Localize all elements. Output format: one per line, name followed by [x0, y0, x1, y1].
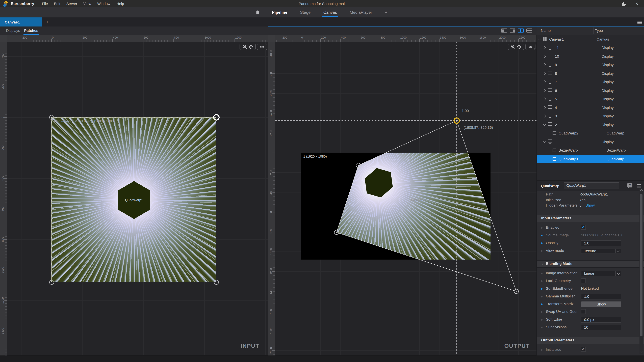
- output-zoom-pan-buttons[interactable]: [508, 43, 524, 50]
- corner-handle[interactable]: [214, 280, 218, 285]
- close-icon[interactable]: ✕: [635, 2, 639, 6]
- column-type[interactable]: Type: [595, 26, 603, 35]
- input-view-button[interactable]: [257, 43, 267, 50]
- input-canvas[interactable]: MediaPlayer_MAIN.Image (1080 x 1080) Qua…: [7, 41, 268, 356]
- scroll-down-icon[interactable]: [640, 351, 643, 353]
- ruler-label: -200: [282, 36, 287, 39]
- tree-row-3[interactable]: 3Display: [537, 112, 644, 120]
- checkbox[interactable]: [581, 309, 586, 314]
- column-name[interactable]: Name: [541, 26, 551, 35]
- ruler-label: -200: [22, 36, 27, 39]
- tree-row-7[interactable]: 7Display: [537, 78, 644, 86]
- chevron-down-icon[interactable]: [543, 140, 546, 143]
- quad-outline[interactable]: [336, 121, 516, 291]
- text-input[interactable]: 1.0: [581, 240, 621, 246]
- layout-split-horizontal-icon[interactable]: [526, 28, 532, 32]
- inspector-scrollbar[interactable]: [640, 188, 643, 354]
- zoom-in-icon[interactable]: [511, 45, 515, 49]
- tab-mediaplayer[interactable]: MediaPlayer: [348, 7, 374, 17]
- layout-right-pane-icon[interactable]: [510, 28, 515, 32]
- param-subdivisions: Subdivisions10: [537, 324, 644, 331]
- scrollbar-thumb[interactable]: [640, 194, 642, 336]
- tree-row-4[interactable]: 4Display: [537, 103, 644, 112]
- chevron-right-icon[interactable]: [543, 115, 546, 117]
- checkbox[interactable]: ✔: [581, 347, 586, 352]
- tree-row-6[interactable]: 6Display: [537, 86, 644, 95]
- chevron-right-icon[interactable]: [543, 89, 546, 92]
- tree-row-1[interactable]: 1Display: [537, 137, 644, 146]
- menu-file[interactable]: File: [39, 0, 51, 7]
- checkbox[interactable]: [581, 278, 586, 283]
- pan-icon[interactable]: [517, 45, 521, 49]
- show-link[interactable]: Show: [586, 203, 595, 207]
- ruler-label: 1000: [205, 36, 211, 39]
- tree-row-quadwarp2[interactable]: QuadWarp2QuadWarp: [537, 129, 644, 137]
- corner-handle-selected[interactable]: [214, 115, 219, 120]
- show-button[interactable]: Show: [581, 301, 621, 307]
- text-input[interactable]: 10: [581, 325, 621, 330]
- ruler-label: 600: [270, 210, 273, 214]
- help-icon[interactable]: ?: [628, 183, 632, 187]
- text-input[interactable]: 1.0: [581, 294, 621, 299]
- corner-handle[interactable]: [50, 280, 54, 285]
- tree-row-2[interactable]: 2Display: [537, 120, 644, 129]
- restore-icon[interactable]: [622, 2, 626, 6]
- chevron-down-icon[interactable]: [538, 37, 541, 40]
- ruler-tick: [380, 38, 380, 41]
- menu-window[interactable]: Window: [94, 0, 114, 7]
- tree-row-canvas1[interactable]: Canvas1Canvas: [537, 35, 644, 43]
- checkbox[interactable]: ✔: [581, 225, 586, 230]
- output-canvas[interactable]: QuadWarp1 1 (1920 x 1080) 1.00 (1608.87:…: [275, 41, 536, 356]
- tree-row-9[interactable]: 9Display: [537, 60, 644, 69]
- tab-canvas1[interactable]: Canvas1: [0, 17, 42, 26]
- tab-stage[interactable]: Stage: [299, 7, 312, 17]
- tree-row-bezierwarp[interactable]: BezierWarpBezierWarp: [537, 146, 644, 155]
- select[interactable]: Linear: [581, 271, 621, 276]
- chevron-right-icon[interactable]: [543, 98, 546, 100]
- home-icon[interactable]: [256, 10, 260, 15]
- ruler-label: 400: [1, 176, 4, 181]
- tree-row-5[interactable]: 5Display: [537, 95, 644, 103]
- minimize-icon[interactable]: [609, 2, 613, 6]
- param-swap-uv-and-geom: Swap UV and Geom: [537, 308, 644, 316]
- output-view-button[interactable]: [526, 43, 536, 50]
- add-canvas-tab-button[interactable]: +: [43, 17, 52, 26]
- tab-canvas[interactable]: Canvas: [322, 7, 338, 17]
- zoom-in-icon[interactable]: [242, 45, 247, 49]
- chevron-right-icon[interactable]: [543, 72, 546, 75]
- chevron-right-icon[interactable]: [543, 55, 546, 58]
- chevron-right-icon[interactable]: [543, 106, 546, 109]
- view-tab-displays[interactable]: Displays: [6, 26, 20, 35]
- chevron-down-icon[interactable]: [543, 123, 546, 126]
- view-tab-patches[interactable]: Patches: [24, 26, 38, 35]
- tree-row-quadwarp1[interactable]: QuadWarp1QuadWarp: [537, 155, 644, 163]
- select[interactable]: Texture: [581, 248, 621, 254]
- text-input[interactable]: 0.0 px: [581, 317, 621, 323]
- add-tab-button[interactable]: +: [384, 7, 389, 17]
- panel-divider[interactable]: [268, 35, 268, 356]
- chevron-right-icon[interactable]: [543, 80, 546, 83]
- scroll-up-icon[interactable]: [640, 189, 643, 192]
- tree-row-11[interactable]: 11Display: [537, 43, 644, 52]
- column-divider[interactable]: [593, 27, 594, 34]
- menu-help[interactable]: Help: [114, 0, 127, 7]
- tab-pipeline[interactable]: Pipeline: [270, 7, 289, 17]
- menu-view[interactable]: View: [80, 0, 94, 7]
- chevron-right-icon[interactable]: [543, 63, 546, 66]
- strip-menu-icon[interactable]: [638, 20, 642, 25]
- menu-edit[interactable]: Edit: [51, 0, 64, 7]
- tree-row-8[interactable]: 8Display: [537, 69, 644, 78]
- tree-row-10[interactable]: 10Display: [537, 52, 644, 60]
- layout-left-pane-icon[interactable]: [501, 28, 507, 32]
- chevron-right-icon[interactable]: [541, 262, 544, 265]
- chevron-right-icon[interactable]: [543, 46, 546, 49]
- layout-split-vertical-icon[interactable]: [518, 28, 524, 32]
- input-zoom-pan-buttons[interactable]: [240, 43, 256, 50]
- patch-name-input[interactable]: [564, 182, 619, 188]
- inspector-menu-icon[interactable]: [637, 184, 641, 188]
- ruler-tick: [459, 38, 459, 41]
- corner-handle[interactable]: [50, 115, 54, 120]
- menu-server[interactable]: Server: [64, 0, 80, 7]
- display-icon: [548, 54, 552, 57]
- pan-icon[interactable]: [248, 45, 253, 49]
